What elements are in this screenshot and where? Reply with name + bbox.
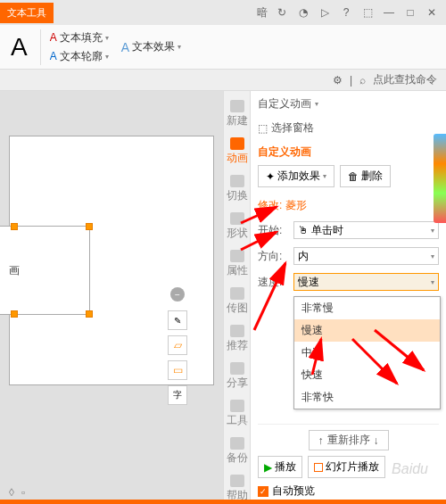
page-icon[interactable]: ▫ <box>21 486 25 499</box>
mouse-icon: 🖱 <box>298 224 309 236</box>
text-outline-label: 文本轮廓 <box>60 49 103 64</box>
nav-label: 动画 <box>227 151 248 166</box>
start-value: 单击时 <box>311 224 343 236</box>
resize-handle[interactable] <box>11 223 18 230</box>
add-effect-button[interactable]: ✦ 添加效果 ▾ <box>258 165 334 187</box>
speed-option-very-fast[interactable]: 非常快 <box>294 386 440 409</box>
close-icon[interactable]: ✕ <box>425 5 439 20</box>
select-pane-button[interactable]: ⬚ 选择窗格 <box>258 120 439 136</box>
canvas-footer-icons: ◊ ▫ <box>9 486 25 499</box>
right-nav-rail: 新建 动画 切换 形状 属性 传图 推荐 分享 工具 备份 帮助 <box>223 91 250 504</box>
nav-tools[interactable]: 工具 <box>225 396 250 432</box>
fill-a-icon: A <box>50 31 57 44</box>
selected-shape[interactable]: 画 <box>0 226 90 315</box>
ribbon: A A 文本填充 ▾ A 文本轮廓 ▾ A 文本效果 ▾ <box>0 25 446 70</box>
text-tool-icon[interactable]: 字 <box>168 385 187 405</box>
play-icon[interactable]: ▷ <box>318 5 332 20</box>
nav-label: 属性 <box>227 263 248 278</box>
chevron-down-icon: ▾ <box>323 172 326 180</box>
help-icon <box>230 475 244 487</box>
search-placeholder[interactable]: 点此查找命令 <box>373 72 437 87</box>
speed-option-slow[interactable]: 慢速 <box>294 319 440 342</box>
divider: | <box>350 74 352 87</box>
search-icon: ⌕ <box>359 74 366 87</box>
play-button[interactable]: ▶ 播放 <box>258 456 302 478</box>
direction-select[interactable]: 内 ▾ <box>293 247 439 265</box>
upload-icon <box>230 287 244 300</box>
resize-handle[interactable] <box>86 310 93 318</box>
text-style-icon[interactable]: A <box>4 33 35 62</box>
nav-animation[interactable]: 动画 <box>225 134 250 169</box>
maximize-icon[interactable]: □ <box>403 5 417 20</box>
resize-handle[interactable] <box>11 310 18 318</box>
resize-handle[interactable] <box>86 223 93 230</box>
outline-tool-icon[interactable]: ▭ <box>168 360 187 380</box>
edit-icon[interactable]: ✎ <box>168 310 187 330</box>
add-icon: ✦ <box>266 170 275 183</box>
start-label: 开始: <box>258 223 290 238</box>
text-outline-button[interactable]: A 文本轮廓 ▾ <box>46 48 112 65</box>
nav-share[interactable]: 分享 <box>225 359 250 394</box>
shape-quick-tools: − ✎ ▱ ▭ 字 <box>168 287 187 405</box>
tools-icon <box>230 400 244 412</box>
speed-option-medium[interactable]: 中速 <box>294 342 440 364</box>
chevron-down-icon: ▾ <box>431 278 434 286</box>
transition-icon <box>230 175 244 187</box>
color-strip-icon[interactable] <box>434 134 446 223</box>
chevron-down-icon: ▾ <box>431 227 434 235</box>
text-fill-button[interactable]: A 文本填充 ▾ <box>46 29 112 46</box>
section-title: 自定义动画 <box>258 145 439 160</box>
speed-select[interactable]: 慢速 ▾ <box>293 273 439 291</box>
animation-panel: 自定义动画 ▾ ⬚ 选择窗格 自定义动画 ✦ 添加效果 ▾ 🗑 删除 修改: 菱… <box>250 91 446 504</box>
nav-shape[interactable]: 形状 <box>225 209 250 244</box>
speed-option-fast[interactable]: 快速 <box>294 364 440 386</box>
settings-icon[interactable]: ⚙ <box>333 74 343 87</box>
nav-backup[interactable]: 备份 <box>225 434 250 469</box>
reorder-button[interactable]: ↑ 重新排序 ↓ <box>309 430 389 450</box>
nav-label: 传图 <box>227 301 248 316</box>
nav-label: 推荐 <box>227 338 248 353</box>
nav-upload[interactable]: 传图 <box>225 284 250 319</box>
panel-footer: ↑ 重新排序 ↓ ▶ 播放 幻灯片播放 ✓ 自动预览 <box>258 424 439 499</box>
fill-tool-icon[interactable]: ▱ <box>168 335 187 355</box>
slideshow-button[interactable]: 幻灯片播放 <box>308 456 385 478</box>
chevron-down-icon: ▾ <box>431 252 434 260</box>
backup-icon <box>230 437 244 450</box>
help-icon[interactable]: ? <box>339 5 353 20</box>
title-bar: 文本工具 暗 ↻ ◔ ▷ ? ⬚ — □ ✕ <box>0 0 446 25</box>
wordart-icon: A <box>121 40 129 54</box>
minimize-icon[interactable]: — <box>382 5 396 20</box>
properties-icon <box>230 250 244 262</box>
contextual-tab[interactable]: 文本工具 <box>0 3 54 23</box>
cloud-icon[interactable]: ◔ <box>296 5 310 20</box>
speed-option-very-slow[interactable]: 非常慢 <box>294 297 440 319</box>
note-icon[interactable]: ◊ <box>9 486 14 499</box>
dismiss-icon[interactable]: − <box>170 287 185 302</box>
speed-label: 速度: <box>258 275 290 290</box>
new-icon <box>230 100 244 112</box>
chevron-down-icon: ▾ <box>178 43 181 51</box>
sync-icon[interactable]: ↻ <box>275 5 289 20</box>
command-search-bar: ⚙ | ⌕ 点此查找命令 <box>0 70 446 91</box>
text-effects-button[interactable]: A 文本效果 ▾ <box>118 38 185 55</box>
animation-icon <box>230 137 244 150</box>
speed-dropdown: 非常慢 慢速 中速 快速 非常快 <box>293 296 441 409</box>
status-bar <box>0 500 446 504</box>
delete-button[interactable]: 🗑 删除 <box>340 165 391 187</box>
recommend-icon <box>230 325 244 337</box>
checkbox-checked-icon[interactable]: ✓ <box>258 486 268 497</box>
restore-icon[interactable]: ⬚ <box>360 5 375 20</box>
modify-section-label: 修改: 菱形 <box>258 198 439 213</box>
nav-transition[interactable]: 切换 <box>225 171 250 207</box>
text-effects-label: 文本效果 <box>132 39 175 54</box>
nav-label: 备份 <box>227 450 248 466</box>
chevron-down-icon[interactable]: ▾ <box>315 100 318 108</box>
play-label: 播放 <box>275 459 296 475</box>
auto-preview-row[interactable]: ✓ 自动预览 <box>258 483 439 499</box>
nav-recommend[interactable]: 推荐 <box>225 321 250 357</box>
panel-title: 自定义动画 ▾ <box>258 96 439 112</box>
nav-properties[interactable]: 属性 <box>225 246 250 282</box>
start-select[interactable]: 🖱 单击时 ▾ <box>293 221 439 239</box>
theme-label: 暗 <box>257 5 268 21</box>
nav-new[interactable]: 新建 <box>225 96 250 132</box>
